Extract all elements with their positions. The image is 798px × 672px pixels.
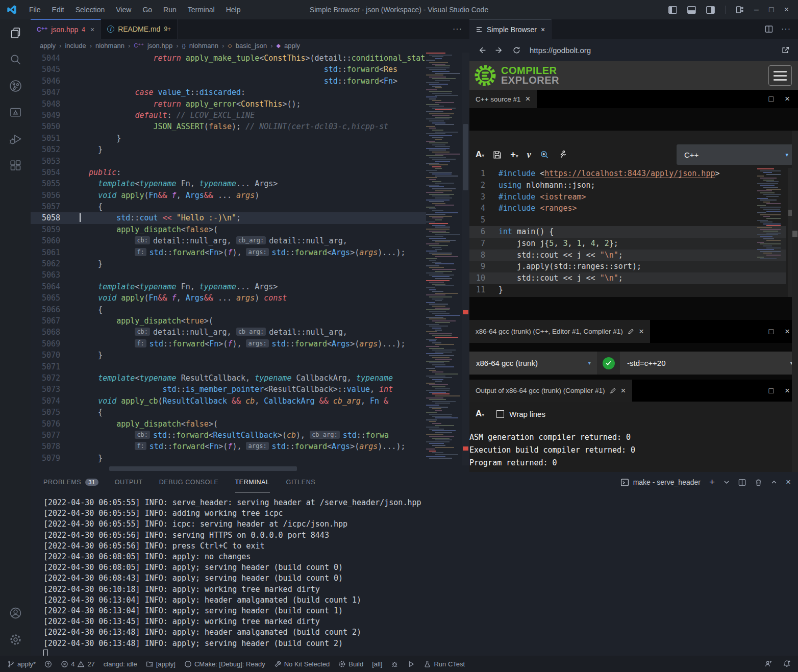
editor-more-actions-icon[interactable]: ··· — [453, 19, 469, 39]
maximize-pane-icon[interactable]: □ — [768, 94, 774, 104]
breadcrumb[interactable]: apply›include›nlohmann›C⁺⁺json.hpp›{}nlo… — [31, 39, 469, 53]
maximize-pane-icon[interactable]: □ — [768, 386, 774, 395]
close-window-button[interactable]: × — [784, 6, 789, 14]
maximize-pane-icon[interactable]: □ — [768, 327, 774, 336]
layout-sidebar-left-icon[interactable] — [668, 6, 677, 14]
run-debug-icon[interactable] — [0, 126, 31, 152]
ce-logo-text[interactable]: COMPILER EXPLORER — [501, 66, 559, 85]
breadcrumb-item[interactable]: apply — [284, 42, 300, 49]
tab-gitlens[interactable]: GITLENS — [286, 472, 316, 492]
terminal-process[interactable]: make - serve_header — [620, 478, 701, 487]
edit-pane-name-icon[interactable] — [628, 328, 634, 335]
edit-pane-name-icon[interactable] — [610, 387, 616, 394]
maximize-button[interactable]: □ — [769, 6, 774, 14]
reload-icon[interactable] — [512, 46, 521, 55]
search-icon[interactable] — [0, 46, 31, 72]
git-branch-item[interactable]: apply* — [7, 660, 36, 668]
clangd-status-item[interactable]: clangd: idle — [104, 660, 137, 668]
split-editor-icon[interactable] — [765, 25, 773, 33]
menu-help[interactable]: Help — [221, 4, 245, 16]
close-pane-icon[interactable]: × — [785, 386, 790, 396]
hamburger-menu-icon[interactable] — [768, 65, 792, 86]
problems-item[interactable]: 4 27 — [61, 660, 95, 668]
tab-debug-console[interactable]: DEBUG CONSOLE — [159, 472, 219, 492]
compiler-tab[interactable]: x86-64 gcc (trunk) (C++, Editor #1, Comp… — [469, 320, 650, 343]
account-icon[interactable] — [0, 600, 31, 626]
minimize-button[interactable]: – — [754, 6, 759, 14]
minimap[interactable] — [426, 53, 462, 465]
wrap-lines-checkbox[interactable] — [496, 410, 504, 418]
scrollbar-thumb[interactable] — [109, 466, 297, 471]
menu-view[interactable]: View — [111, 4, 136, 16]
breadcrumb-item[interactable]: nlohmann — [189, 42, 218, 49]
kit-item[interactable]: No Kit Selected — [274, 660, 330, 668]
extensions-icon[interactable] — [0, 152, 31, 179]
back-icon[interactable] — [478, 46, 486, 55]
output-tab[interactable]: Output of x86-64 gcc (trunk) (Compiler #… — [469, 380, 632, 402]
source-tab[interactable]: C++ source #1 × — [469, 90, 537, 108]
menu-edit[interactable]: Edit — [47, 4, 69, 16]
close-icon[interactable]: × — [621, 386, 626, 396]
tab-terminal[interactable]: TERMINAL — [235, 472, 270, 492]
breadcrumb-item[interactable]: apply — [40, 42, 56, 49]
menu-run[interactable]: Run — [159, 4, 181, 16]
close-panel-icon[interactable]: × — [786, 477, 791, 487]
launch-item[interactable] — [407, 660, 415, 668]
cmake-panel-icon[interactable] — [0, 99, 31, 126]
build-button[interactable]: Build — [338, 660, 363, 668]
editor-vertical-scrollbar[interactable] — [462, 53, 469, 465]
editor-horizontal-scrollbar[interactable] — [80, 465, 426, 472]
breadcrumb-item[interactable]: include — [65, 42, 86, 49]
close-tab-icon[interactable]: × — [90, 26, 94, 34]
font-size-button[interactable]: A▾ — [476, 150, 484, 160]
compiler-options-input[interactable]: -std=c++20 — [620, 359, 790, 367]
menu-bar[interactable]: FileEditSelectionViewGoRunTerminalHelp — [24, 4, 245, 16]
new-terminal-icon[interactable]: + — [709, 477, 715, 488]
tab-readme-md[interactable]: i README.md 9+ — [101, 19, 178, 39]
add-pane-button[interactable]: +▾ — [510, 150, 518, 160]
tab-simple-browser[interactable]: Simple Browser × — [469, 19, 552, 39]
split-terminal-icon[interactable] — [738, 479, 746, 486]
maximize-panel-icon[interactable] — [771, 479, 777, 485]
tab-json-hpp[interactable]: C⁺⁺ json.hpp 4 × — [31, 19, 101, 39]
cmake-status-item[interactable]: CMake: [Debug]: Ready — [184, 660, 265, 668]
customize-layout-icon[interactable] — [736, 6, 744, 14]
publish-item[interactable] — [44, 660, 52, 668]
more-actions-icon[interactable]: ··· — [781, 24, 791, 34]
language-select[interactable]: C++▾ — [677, 144, 793, 165]
terminal-dropdown-icon[interactable] — [724, 479, 730, 485]
run-ctest-button[interactable]: Run CTest — [423, 660, 465, 668]
close-icon[interactable]: × — [526, 94, 531, 104]
menu-go[interactable]: Go — [138, 4, 157, 16]
insights-icon[interactable] — [540, 150, 549, 159]
close-icon[interactable]: × — [639, 327, 644, 337]
ce-source-code[interactable]: 1#include <https://localhost:8443/apply/… — [469, 168, 786, 297]
terminal-output[interactable]: [2022-04-30 06:05:55] INFO: serve_header… — [43, 497, 421, 656]
compiler-select[interactable]: x86-64 gcc (trunk)▾ — [469, 359, 597, 367]
tab-problems[interactable]: PROBLEMS31 — [43, 472, 98, 492]
debug-item[interactable] — [391, 660, 398, 668]
close-pane-icon[interactable]: × — [785, 94, 790, 104]
menu-file[interactable]: File — [24, 4, 45, 16]
breadcrumb-item[interactable]: json.hpp — [147, 42, 172, 49]
menu-terminal[interactable]: Terminal — [183, 4, 219, 16]
tab-output[interactable]: OUTPUT — [115, 472, 143, 492]
layout-sidebar-right-icon[interactable] — [706, 6, 715, 14]
menu-selection[interactable]: Selection — [71, 4, 110, 16]
kill-terminal-icon[interactable] — [755, 479, 762, 486]
close-pane-icon[interactable]: × — [785, 327, 790, 337]
close-tab-icon[interactable]: × — [541, 26, 545, 34]
notifications-bell-icon[interactable] — [783, 660, 791, 668]
open-external-icon[interactable] — [781, 46, 790, 55]
layout-panel-icon[interactable] — [687, 6, 696, 14]
quickbench-icon[interactable] — [558, 150, 567, 159]
breadcrumb-item[interactable]: basic_json — [236, 42, 267, 49]
explorer-icon[interactable] — [0, 19, 31, 46]
project-item[interactable]: [apply] — [146, 660, 176, 668]
scrollbar-thumb[interactable] — [463, 124, 468, 190]
vim-toggle-icon[interactable]: v — [527, 150, 531, 160]
build-target-item[interactable]: [all] — [372, 660, 382, 668]
save-icon[interactable] — [493, 151, 502, 159]
feedback-icon[interactable] — [764, 660, 772, 668]
url-input[interactable]: https://godbolt.org — [530, 46, 772, 55]
